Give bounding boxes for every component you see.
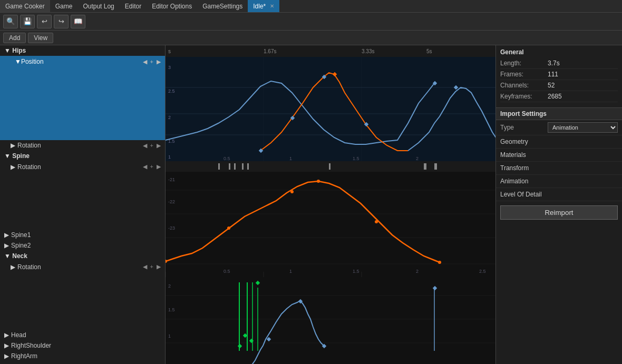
left-panel: ▼ Hips ▼ Position ◀ + ▶ ▶ Rotation ◀ + xyxy=(0,45,166,364)
spine1-label: Spine1 xyxy=(11,231,31,239)
kf-prev-spine-rot[interactable]: ◀ xyxy=(143,163,147,170)
redo-button[interactable]: ↪ xyxy=(54,15,69,28)
tree-item-right-shoulder[interactable]: ▶ RightShoulder xyxy=(0,340,165,351)
menu-game-settings[interactable]: GameSettings xyxy=(197,0,248,12)
tree-item-spine[interactable]: ▼ Spine xyxy=(0,151,165,161)
tree-item-right-forearm[interactable]: ▶ RightForeArm xyxy=(0,361,165,364)
tree-item-hips-rotation[interactable]: ▶ Rotation ◀ + ▶ xyxy=(0,140,165,151)
svg-rect-35 xyxy=(424,163,426,170)
transform-item[interactable]: Transform xyxy=(496,162,622,175)
save-button[interactable]: 💾 xyxy=(20,15,35,28)
svg-text:3.33s: 3.33s xyxy=(362,48,374,54)
length-row: Length: 3.7s xyxy=(500,58,618,69)
right-shoulder-label: RightShoulder xyxy=(11,342,51,349)
kf-next-spine-rot[interactable]: ▶ xyxy=(157,163,161,170)
keyframes-row: Keyframes: 2685 xyxy=(500,91,618,102)
kf-add-spine-rot[interactable]: + xyxy=(150,163,153,170)
search-icon: 🔍 xyxy=(6,17,15,25)
tree-item-spine-rotation[interactable]: ▶ Rotation ◀ + ▶ xyxy=(0,161,165,230)
kf-next-neck-rot[interactable]: ▶ xyxy=(157,263,161,270)
chevron-down-icon-spine: ▼ xyxy=(4,152,12,160)
head-label: Head xyxy=(11,331,26,339)
kf-prev-hips-rot[interactable]: ◀ xyxy=(143,142,147,149)
chevron-down-icon-position: ▼ xyxy=(15,58,21,65)
svg-rect-31 xyxy=(234,163,236,170)
idle-tab-close[interactable]: ✕ xyxy=(270,3,274,9)
menu-game[interactable]: Game xyxy=(50,0,78,12)
position-block[interactable]: ▼ Position ◀ + ▶ xyxy=(0,56,165,140)
main-layout: ▼ Hips ▼ Position ◀ + ▶ ▶ Rotation ◀ + xyxy=(0,45,622,364)
svg-point-48 xyxy=(317,180,320,183)
chevron-right-icon: ▶ xyxy=(11,142,15,149)
tree-item-neck-rotation[interactable]: ▶ Rotation ◀ + ▶ xyxy=(0,261,165,330)
level-of-detail-item[interactable]: Level Of Detail xyxy=(496,188,622,201)
svg-rect-30 xyxy=(229,163,230,170)
redo-icon: ↪ xyxy=(59,17,64,25)
kf-add-hips-rot[interactable]: + xyxy=(150,142,153,149)
svg-text:1: 1 xyxy=(168,154,171,160)
book-icon: 📖 xyxy=(74,17,83,25)
svg-point-47 xyxy=(290,190,294,193)
svg-text:-23: -23 xyxy=(168,225,175,231)
kf-add-position[interactable]: + xyxy=(150,58,153,65)
frames-label: Frames: xyxy=(500,71,548,78)
view-button[interactable]: View xyxy=(28,33,53,43)
undo-button[interactable]: ↩ xyxy=(37,15,52,28)
svg-rect-57 xyxy=(166,277,495,364)
svg-text:1.5: 1.5 xyxy=(353,269,359,274)
tree-item-right-arm[interactable]: ▶ RightArm xyxy=(0,351,165,361)
tree-item-spine1[interactable]: ▶ Spine1 xyxy=(0,230,165,240)
svg-point-49 xyxy=(375,220,378,223)
idle-tab-label: Idle* xyxy=(253,3,266,10)
svg-rect-37 xyxy=(166,172,495,272)
menu-game-cooker[interactable]: Game Cooker xyxy=(0,0,50,12)
svg-text:-22: -22 xyxy=(168,199,175,204)
svg-text:5s: 5s xyxy=(426,48,432,54)
svg-text:3: 3 xyxy=(168,65,171,70)
svg-point-46 xyxy=(227,227,230,230)
kf-prev-neck-rot[interactable]: ◀ xyxy=(143,263,147,270)
search-button[interactable]: 🔍 xyxy=(3,15,18,28)
kf-add-neck-rot[interactable]: + xyxy=(150,263,153,270)
svg-text:2: 2 xyxy=(416,156,419,161)
chevron-right-icon-neck-rot: ▶ xyxy=(11,263,15,271)
neck-rotation-label: Rotation xyxy=(17,263,41,271)
reimport-button[interactable]: Reimport xyxy=(500,205,618,220)
channels-row: Channels: 52 xyxy=(500,80,618,91)
kf-next-hips-rot[interactable]: ▶ xyxy=(157,142,161,149)
svg-text:2.5: 2.5 xyxy=(479,269,486,274)
tree-item-hips[interactable]: ▼ Hips xyxy=(0,45,165,56)
svg-rect-8 xyxy=(166,57,495,161)
frames-row: Frames: 111 xyxy=(500,69,618,80)
chevron-right-icon-ra: ▶ xyxy=(4,352,9,360)
svg-text:2.5: 2.5 xyxy=(168,88,175,94)
book-button[interactable]: 📖 xyxy=(71,15,85,28)
spine2-label: Spine2 xyxy=(11,242,31,249)
menu-editor-options[interactable]: Editor Options xyxy=(147,0,197,12)
geometry-item[interactable]: Geometry xyxy=(496,135,622,149)
hips-rotation-label: Rotation xyxy=(17,142,41,149)
right-arm-label: RightArm xyxy=(11,352,37,360)
add-button[interactable]: Add xyxy=(3,33,26,43)
curve-editor-svg: s 1.67s 3.33s 5s 3 2.5 2 1.5 1 xyxy=(166,45,495,364)
keyframes-label: Keyframes: xyxy=(500,93,548,100)
chevron-down-icon: ▼ xyxy=(4,47,12,54)
type-select[interactable]: Animation xyxy=(548,122,618,133)
svg-text:1.5: 1.5 xyxy=(168,307,175,312)
menu-output-log[interactable]: Output Log xyxy=(77,0,119,12)
center-panel[interactable]: s 1.67s 3.33s 5s 3 2.5 2 1.5 1 xyxy=(166,45,495,364)
kf-prev-position[interactable]: ◀ xyxy=(143,58,147,65)
tree-item-head[interactable]: ▶ Head xyxy=(0,330,165,340)
type-row: Type Animation xyxy=(496,120,622,135)
svg-rect-29 xyxy=(218,163,220,170)
tree-item-neck[interactable]: ▼ Neck xyxy=(0,251,165,261)
kf-next-position[interactable]: ▶ xyxy=(157,58,161,65)
menu-idle-tab[interactable]: Idle* ✕ xyxy=(248,0,279,12)
tree-item-spine2[interactable]: ▶ Spine2 xyxy=(0,240,165,251)
position-label: Position xyxy=(21,58,44,65)
animation-item[interactable]: Animation xyxy=(496,175,622,188)
menu-editor[interactable]: Editor xyxy=(120,0,147,12)
import-settings-header: Import Settings xyxy=(496,107,622,120)
channels-label: Channels: xyxy=(500,82,548,89)
materials-item[interactable]: Materials xyxy=(496,149,622,162)
